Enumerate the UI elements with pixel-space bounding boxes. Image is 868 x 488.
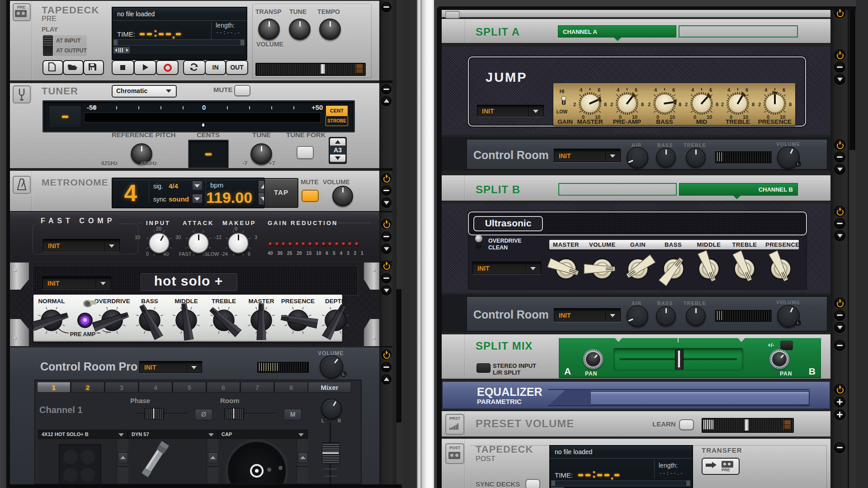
svg-text:2: 2 (758, 102, 761, 107)
svg-text:PRE AMP: PRE AMP (70, 331, 96, 338)
svg-text:2: 2 (610, 102, 613, 107)
svg-text:BASS: BASS (141, 298, 158, 305)
svg-text:PRESENCE: PRESENCE (758, 118, 792, 125)
svg-text:4: 4 (617, 87, 620, 93)
svg-text:MID: MID (696, 118, 708, 125)
svg-text:TREBLE: TREBLE (726, 118, 750, 125)
svg-text:2: 2 (648, 102, 651, 107)
svg-text:6: 6 (783, 87, 785, 93)
svg-text:6: 6 (598, 87, 600, 93)
svg-text:DEPTH: DEPTH (325, 298, 346, 305)
svg-text:2: 2 (573, 102, 576, 107)
svg-text:4: 4 (654, 87, 657, 93)
svg-text:8: 8 (604, 102, 607, 107)
svg-text:PRESENCE: PRESENCE (281, 298, 315, 305)
svg-text:6: 6 (745, 87, 748, 93)
svg-text:OVERDRIVE: OVERDRIVE (94, 298, 130, 305)
svg-text:4: 4 (727, 87, 731, 93)
svg-text:6: 6 (709, 87, 712, 93)
svg-text:TREBLE: TREBLE (212, 298, 236, 305)
svg-text:6: 6 (635, 87, 637, 93)
svg-text:2: 2 (685, 102, 688, 107)
svg-text:8: 8 (789, 102, 792, 107)
svg-text:HI: HI (560, 89, 565, 94)
svg-text:6: 6 (672, 87, 675, 93)
svg-text:PRE-AMP: PRE-AMP (613, 118, 641, 125)
svg-text:4: 4 (580, 87, 583, 93)
svg-text:8: 8 (679, 102, 681, 107)
svg-text:NORMAL: NORMAL (38, 298, 65, 305)
svg-text:8: 8 (641, 102, 644, 107)
svg-text:8: 8 (752, 102, 755, 107)
svg-text:4: 4 (764, 87, 768, 93)
svg-text:10: 10 (707, 114, 712, 120)
svg-text:BASS: BASS (656, 118, 673, 125)
svg-text:GAIN: GAIN (557, 118, 573, 125)
svg-text:MASTER: MASTER (577, 118, 603, 125)
svg-text:4: 4 (691, 87, 694, 93)
svg-text:8: 8 (716, 102, 718, 107)
svg-text:LOW: LOW (557, 109, 568, 114)
svg-text:2: 2 (721, 102, 724, 107)
